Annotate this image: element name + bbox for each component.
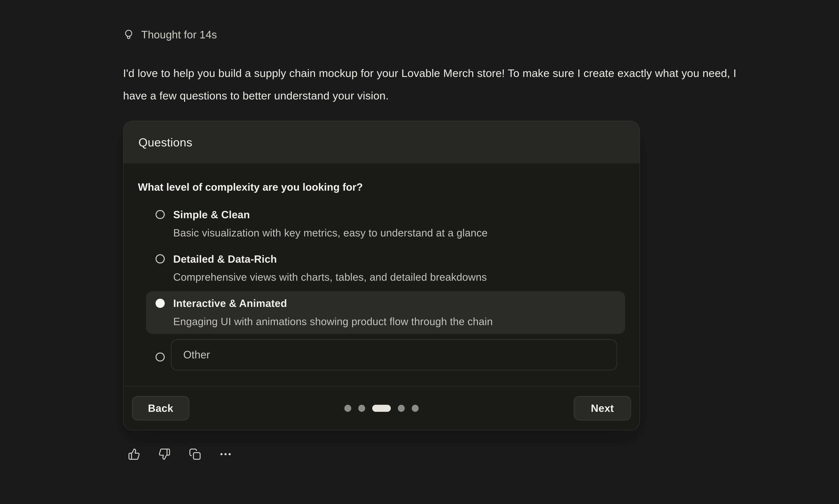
card-header: Questions: [123, 121, 640, 163]
assistant-message: I'd love to help you build a supply chai…: [123, 62, 746, 107]
card-title: Questions: [139, 136, 192, 149]
copy-button[interactable]: [188, 447, 202, 462]
option-text: Simple & Clean Basic visualization with …: [173, 206, 488, 242]
option-description: Comprehensive views with charts, tables,…: [173, 268, 487, 286]
other-input[interactable]: [171, 339, 617, 370]
option-text: Detailed & Data-Rich Comprehensive views…: [173, 250, 487, 287]
question-title: What level of complexity are you looking…: [138, 180, 625, 194]
more-options-button[interactable]: [218, 447, 233, 462]
radio-icon[interactable]: [156, 299, 164, 308]
thought-toggle[interactable]: Thought for 14s: [123, 28, 217, 42]
questions-card: Questions What level of complexity are y…: [123, 121, 640, 430]
copy-icon: [189, 448, 201, 460]
thought-label: Thought for 14s: [141, 29, 217, 41]
card-body: What level of complexity are you looking…: [123, 163, 640, 386]
option-other: [146, 339, 617, 370]
pagination-dot-active[interactable]: [372, 405, 391, 412]
options-list: Simple & Clean Basic visualization with …: [146, 202, 625, 334]
option-description: Basic visualization with key metrics, ea…: [173, 224, 488, 242]
thumbs-up-icon: [128, 448, 140, 460]
option-interactive-animated[interactable]: Interactive & Animated Engaging UI with …: [146, 291, 625, 334]
next-button[interactable]: Next: [574, 396, 631, 420]
radio-icon[interactable]: [156, 254, 164, 263]
pagination-dot[interactable]: [412, 405, 419, 412]
option-detailed-data-rich[interactable]: Detailed & Data-Rich Comprehensive views…: [146, 247, 625, 290]
lightbulb-icon: [123, 28, 134, 42]
pagination-dot[interactable]: [398, 405, 405, 412]
option-label: Interactive & Animated: [173, 294, 493, 312]
card-footer: Back Next: [123, 386, 640, 430]
pagination-dot[interactable]: [358, 405, 365, 412]
chat-message-area: Thought for 14s I'd love to help you bui…: [0, 0, 839, 504]
option-label: Simple & Clean: [173, 206, 488, 224]
thumbs-down-button[interactable]: [157, 447, 172, 462]
thumbs-up-button[interactable]: [127, 447, 141, 462]
option-simple-clean[interactable]: Simple & Clean Basic visualization with …: [146, 202, 625, 245]
ellipsis-icon: [220, 448, 232, 460]
radio-icon[interactable]: [156, 210, 164, 219]
option-text: Interactive & Animated Engaging UI with …: [173, 294, 493, 331]
thumbs-down-icon: [158, 448, 171, 460]
pagination-dot[interactable]: [344, 405, 351, 412]
radio-icon[interactable]: [156, 353, 164, 361]
option-description: Engaging UI with animations showing prod…: [173, 312, 493, 331]
option-label: Detailed & Data-Rich: [173, 250, 487, 268]
back-button[interactable]: Back: [132, 396, 189, 420]
message-actions: [127, 447, 233, 462]
pagination-dots: [344, 405, 419, 412]
